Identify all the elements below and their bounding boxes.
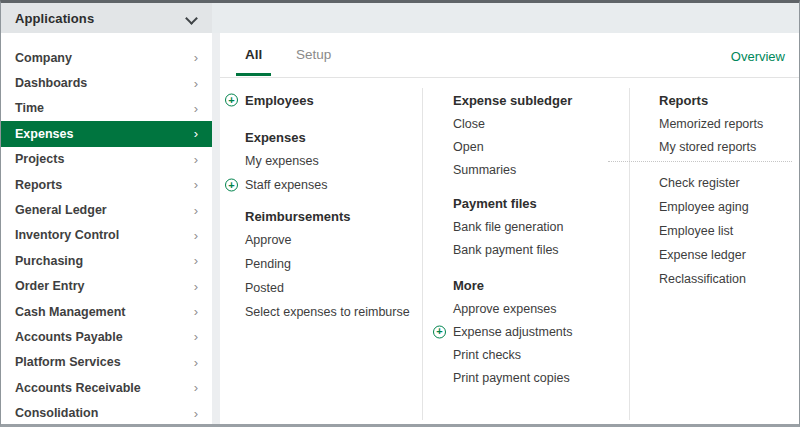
sidebar-item-accounts-payable[interactable]: Accounts Payable › [1,324,212,349]
menu-link-label: Employees [245,93,314,108]
sidebar-item-label: Expenses [15,127,73,141]
menu-link-label: Print payment copies [453,371,570,385]
add-circle-icon[interactable] [433,325,446,338]
menu-link-open[interactable]: Open [428,135,627,158]
menu-link-employees[interactable]: Employees [220,88,420,112]
menu-link-memorized-reports[interactable]: Memorized reports [634,112,800,135]
chevron-right-icon: › [194,153,198,166]
tab-all[interactable]: All [236,47,271,76]
chevron-right-icon: › [194,330,198,343]
sidebar-item-cash-management[interactable]: Cash Management › [1,299,212,324]
overview-link[interactable]: Overview [731,49,785,64]
menu-link-approve-expenses[interactable]: Approve expenses [428,297,627,320]
sidebar-item-general-ledger[interactable]: General Ledger › [1,197,212,222]
menu-link-reclassification[interactable]: Reclassification [634,267,800,291]
app-window: Applications Company › Dashboards › Time… [0,0,800,427]
menu-link-print-checks[interactable]: Print checks [428,343,627,366]
sidebar-item-projects[interactable]: Projects › [1,147,212,172]
menu-link-print-payment-copies[interactable]: Print payment copies [428,366,627,389]
menu-column-2: Expense subledger Close Open Summaries P… [428,88,627,389]
sidebar-item-label: Purchasing [15,254,83,268]
menu-link-label: My expenses [245,154,319,168]
section-header-reimbursements: Reimbursements [220,204,420,228]
section-header-expenses: Expenses [220,125,420,149]
menu-link-summaries[interactable]: Summaries [428,158,627,181]
menu-link-expense-adjustments[interactable]: Expense adjustments [428,320,627,343]
chevron-right-icon: › [194,204,198,217]
chevron-right-icon: › [194,407,198,420]
menu-link-label: Bank file generation [453,220,564,234]
menu-link-pending[interactable]: Pending [220,252,420,276]
sidebar-item-label: Cash Management [15,305,125,319]
applications-dropdown[interactable]: Applications [1,3,212,33]
menu-link-employee-list[interactable]: Employee list [634,219,800,243]
menu-link-select-expenses-to-reimburse[interactable]: Select expenses to reimburse [220,300,420,324]
menu-link-label: Expense adjustments [453,325,573,339]
chevron-down-icon [187,12,196,21]
chevron-right-icon: › [194,280,198,293]
column-separator [422,88,423,420]
menu-link-check-register[interactable]: Check register [634,171,800,195]
tab-setup[interactable]: Setup [296,47,331,73]
sidebar-item-company[interactable]: Company › [1,45,212,70]
sidebar-item-accounts-receivable[interactable]: Accounts Receivable › [1,375,212,400]
menu-link-employee-aging[interactable]: Employee aging [634,195,800,219]
sidebar-item-dashboards[interactable]: Dashboards › [1,70,212,95]
sidebar-item-label: Accounts Payable [15,330,123,344]
menu-link-bank-payment-files[interactable]: Bank payment files [428,238,627,261]
sidebar-item-label: Dashboards [15,76,87,90]
chevron-right-icon: › [194,127,198,140]
chevron-right-icon: › [194,305,198,318]
sidebar-item-label: Accounts Receivable [15,381,141,395]
chevron-right-icon: › [194,77,198,90]
top-bar-spacer [212,3,799,33]
menu-link-label: Print checks [453,348,521,362]
sidebar-item-label: Order Entry [15,279,84,293]
menu-column-3: Reports Memorized reports My stored repo… [634,88,800,291]
menu-link-label: Approve [245,233,292,247]
menu-link-label: Bank payment files [453,243,559,257]
menu-link-label: Summaries [453,163,516,177]
menu-link-label: Memorized reports [659,117,763,131]
menu-link-staff-expenses[interactable]: Staff expenses [220,173,420,197]
menu-link-posted[interactable]: Posted [220,276,420,300]
menu-link-bank-file-generation[interactable]: Bank file generation [428,215,627,238]
menu-link-my-expenses[interactable]: My expenses [220,149,420,173]
menu-link-label: Expense ledger [659,248,746,262]
top-bar: Applications [1,3,799,33]
sidebar-item-order-entry[interactable]: Order Entry › [1,274,212,299]
menu-link-my-stored-reports[interactable]: My stored reports [634,135,800,158]
sidebar-item-label: Platform Services [15,355,121,369]
sidebar-item-label: Reports [15,178,62,192]
menu-link-expense-ledger[interactable]: Expense ledger [634,243,800,267]
menu-link-label: Open [453,140,484,154]
sidebar-item-label: Time [15,101,44,115]
menu-link-label: Staff expenses [245,178,327,192]
chevron-right-icon: › [194,178,198,191]
chevron-right-icon: › [194,102,198,115]
sidebar-item-purchasing[interactable]: Purchasing › [1,248,212,273]
chevron-right-icon: › [194,381,198,394]
sidebar-item-reports[interactable]: Reports › [1,172,212,197]
menu-link-label: Posted [245,281,284,295]
chevron-right-icon: › [194,229,198,242]
menu-link-label: Pending [245,257,291,271]
chevron-right-icon: › [194,356,198,369]
menu-link-label: My stored reports [659,140,756,154]
sidebar-item-platform-services[interactable]: Platform Services › [1,350,212,375]
section-header-payment-files: Payment files [428,191,627,215]
menu-link-label: Check register [659,176,740,190]
sidebar-item-label: Inventory Control [15,228,119,242]
menu-link-label: Select expenses to reimburse [245,305,410,319]
menu-link-label: Close [453,117,485,131]
menu-link-close[interactable]: Close [428,112,627,135]
sidebar-item-time[interactable]: Time › [1,96,212,121]
menu-link-approve[interactable]: Approve [220,228,420,252]
sidebar-item-expenses[interactable]: Expenses › [1,121,212,146]
sidebar-item-consolidation[interactable]: Consolidation › [1,400,212,425]
section-header-expense-subledger: Expense subledger [428,88,627,112]
sidebar-item-inventory-control[interactable]: Inventory Control › [1,223,212,248]
add-circle-icon[interactable] [225,179,238,192]
sidebar-main-divider [212,33,220,424]
add-circle-icon[interactable] [225,94,238,107]
